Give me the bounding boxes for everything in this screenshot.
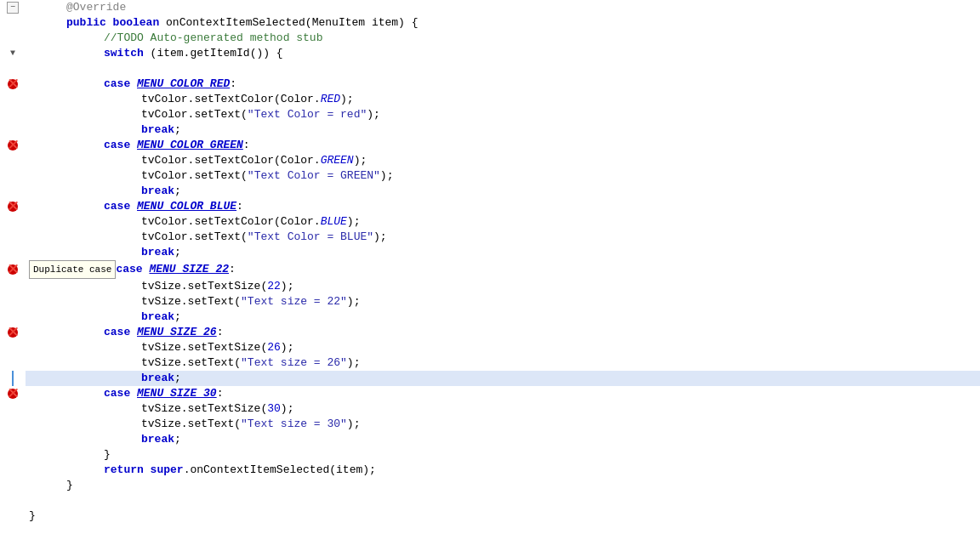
text-cursor [12, 371, 14, 386]
fold-icon[interactable]: ▼ [7, 48, 19, 60]
line-content: public boolean onContextItemSelected(Men… [26, 15, 980, 31]
code-line: break; [0, 432, 980, 447]
line-gutter: ❌ [0, 140, 26, 151]
line-content: tvColor.setTextColor(Color.BLUE); [26, 214, 980, 230]
line-content: case MENU_COLOR_BLUE: [26, 199, 980, 214]
code-line: tvColor.setTextColor(Color.BLUE); [0, 214, 980, 230]
code-line: tvSize.setTextSize(30); [0, 401, 980, 417]
line-content: case MENU_COLOR_GREEN: [26, 138, 980, 153]
line-content: //TODO Auto-generated method stub [26, 31, 980, 46]
code-line: ❌case MENU_COLOR_BLUE: [0, 199, 980, 214]
line-gutter: ❌ [0, 264, 26, 275]
line-content: case MENU_SIZE_30: [26, 386, 980, 401]
code-line: tvSize.setText("Text size = 30"); [0, 417, 980, 432]
code-line: tvSize.setText("Text size = 26"); [0, 355, 980, 371]
line-content: tvSize.setTextSize(26); [26, 340, 980, 355]
line-content: @Override [26, 0, 980, 15]
error-dot[interactable]: ❌ [8, 140, 18, 151]
code-line: break; [0, 371, 980, 386]
line-gutter: ▼ [0, 48, 26, 60]
code-area: −@Overridepublic boolean onContextItemSe… [0, 0, 980, 551]
code-line: public boolean onContextItemSelected(Men… [0, 15, 980, 31]
line-content: } [26, 478, 980, 493]
code-lines: −@Overridepublic boolean onContextItemSe… [0, 0, 980, 524]
line-content: tvSize.setText("Text size = 26"); [26, 355, 980, 371]
fold-icon[interactable]: − [7, 2, 19, 14]
line-gutter [0, 371, 26, 386]
line-gutter: − [0, 2, 26, 14]
code-line: tvSize.setTextSize(26); [0, 340, 980, 355]
line-content: case MENU_SIZE_26: [26, 325, 980, 340]
code-line: ❌case MENU_SIZE_26: [0, 325, 980, 340]
line-gutter: ❌ [0, 202, 26, 212]
line-content: tvColor.setText("Text Color = BLUE"); [26, 230, 980, 245]
line-content: tvSize.setText("Text size = 22"); [26, 294, 980, 310]
error-dot[interactable]: ❌ [8, 389, 18, 399]
code-line: ❌case MENU_COLOR_RED: [0, 77, 980, 92]
line-content: } [26, 447, 980, 463]
code-line: tvColor.setTextColor(Color.RED); [0, 92, 980, 107]
code-line: //TODO Auto-generated method stub [0, 31, 980, 46]
line-content: tvColor.setText("Text Color = red"); [26, 107, 980, 122]
code-line [0, 61, 980, 77]
code-line: tvColor.setText("Text Color = BLUE"); [0, 230, 980, 245]
line-content: break; [26, 371, 980, 386]
code-line: ❌case MENU_SIZE_30: [0, 386, 980, 401]
line-content: tvColor.setTextColor(Color.GREEN); [26, 153, 980, 168]
error-dot[interactable]: ❌ [8, 264, 18, 275]
code-line: break; [0, 310, 980, 325]
code-line [0, 493, 980, 508]
code-line: tvColor.setText("Text Color = red"); [0, 107, 980, 122]
error-dot[interactable]: ❌ [8, 327, 18, 338]
line-content: tvSize.setTextSize(22); [26, 279, 980, 294]
line-content: return super.onContextItemSelected(item)… [26, 463, 980, 478]
code-line: ▼switch (item.getItemId()) { [0, 46, 980, 61]
line-content: tvColor.setTextColor(Color.RED); [26, 92, 980, 107]
line-content: break; [26, 245, 980, 260]
code-line: } [0, 508, 980, 524]
error-dot[interactable]: ❌ [8, 79, 18, 89]
error-dot[interactable]: ❌ [8, 202, 18, 212]
line-content: tvSize.setText("Text size = 30"); [26, 417, 980, 432]
line-gutter: ❌ [0, 79, 26, 89]
code-line: tvSize.setText("Text size = 22"); [0, 294, 980, 310]
code-line: } [0, 447, 980, 463]
editor-container: −@Overridepublic boolean onContextItemSe… [0, 0, 980, 551]
code-line: break; [0, 184, 980, 199]
code-line: tvColor.setTextColor(Color.GREEN); [0, 153, 980, 168]
code-line: break; [0, 245, 980, 260]
line-content: break; [26, 432, 980, 447]
line-content: case MENU_COLOR_RED: [26, 77, 980, 92]
line-content: tvColor.setText("Text Color = GREEN"); [26, 168, 980, 184]
line-content: break; [26, 310, 980, 325]
duplicate-case-tooltip: Duplicate case [29, 260, 116, 279]
code-line: return super.onContextItemSelected(item)… [0, 463, 980, 478]
code-line: ❌Duplicate casecase MENU_SIZE_22: [0, 260, 980, 279]
line-content: switch (item.getItemId()) { [26, 46, 980, 61]
line-content: tvSize.setTextSize(30); [26, 401, 980, 417]
code-line: ❌case MENU_COLOR_GREEN: [0, 138, 980, 153]
line-content: break; [26, 122, 980, 138]
line-content: Duplicate casecase MENU_SIZE_22: [26, 260, 980, 279]
code-line: } [0, 478, 980, 493]
code-line: −@Override [0, 0, 980, 15]
code-line: tvColor.setText("Text Color = GREEN"); [0, 168, 980, 184]
line-gutter: ❌ [0, 327, 26, 338]
code-line: break; [0, 122, 980, 138]
line-content: break; [26, 184, 980, 199]
line-gutter: ❌ [0, 389, 26, 399]
code-line: tvSize.setTextSize(22); [0, 279, 980, 294]
line-content: } [26, 508, 980, 524]
